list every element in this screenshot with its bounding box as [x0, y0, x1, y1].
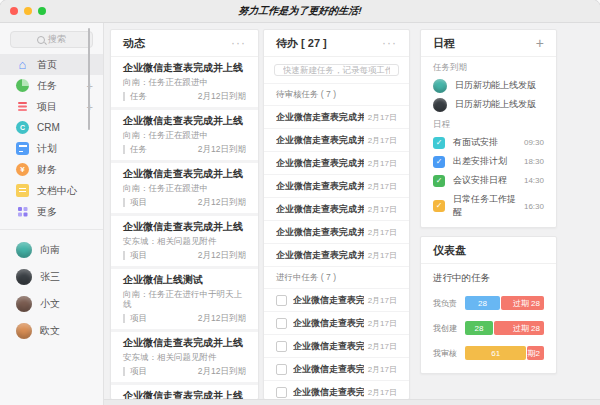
feed-card[interactable]: 企业微信走查表完成并上线 向南：任务正在跟进中 项目 2月12日到期	[111, 160, 258, 213]
feed-card-due-date: 2月12日到期	[198, 144, 246, 156]
sidebar-item[interactable]: 文档中心	[0, 180, 103, 201]
todo-item[interactable]: 企业微信走查表完成并上线 2月17日	[264, 174, 409, 197]
todo-panel: 待办 [ 27 ] ··· 待审核任务 ( 7 ) 企业微信走查表完成并上线 2…	[263, 29, 410, 400]
feed-card-tag: 任务	[123, 145, 147, 154]
todo-title: 待办 [ 27 ]	[276, 36, 327, 51]
search-input[interactable]: 搜索	[10, 31, 93, 48]
bar-track: 61过期2	[465, 346, 544, 360]
event-label: 会议安排日程	[453, 174, 507, 187]
dashboard-body: 进行中的任务 我负责28过期 28我创建28过期 28我审核61过期2	[421, 264, 556, 373]
member-item[interactable]: 张三	[0, 263, 103, 290]
member-item[interactable]: 向南	[0, 236, 103, 263]
member-name: 向南	[40, 243, 60, 257]
schedule-event[interactable]: ✓ 出差安排计划 18:30	[421, 152, 556, 171]
event-time: 14:30	[524, 176, 544, 185]
event-label: 有面试安排	[453, 136, 498, 149]
feed-card[interactable]: 企业微信走查表完成并上线 向南：任务正在跟进中 任务 2月12日到期	[111, 57, 258, 107]
task-checkbox[interactable]	[276, 318, 287, 329]
event-check-icon: ✓	[433, 156, 445, 168]
member-item[interactable]: 欧文	[0, 317, 103, 344]
task-checkbox[interactable]	[276, 295, 287, 306]
member-item[interactable]: 小文	[0, 290, 103, 317]
schedule-event[interactable]: ✓ 日常任务工作提醒 16:30	[421, 190, 556, 222]
task-due-item[interactable]: 日历新功能上线发版	[421, 95, 556, 114]
schedule-event[interactable]: ✓ 有面试安排 09:30	[421, 133, 556, 152]
event-time: 18:30	[524, 157, 544, 166]
feed-card-due-date: 2月12日到期	[198, 250, 246, 262]
bar-segment: 过期 28	[494, 321, 544, 335]
todo-item[interactable]: 企业微信走查表完成并上线 2月17日	[264, 197, 409, 220]
todo-more-icon[interactable]: ···	[382, 38, 397, 48]
todo-section: 待审核任务 ( 7 ) 企业微信走查表完成并上线 2月17日 企业微信走查表完成…	[264, 83, 409, 266]
todo-item[interactable]: 企业微信走查表完成并上线 2月17日	[264, 151, 409, 174]
feed-card-title: 企业微信走查表完成并上线	[123, 115, 246, 127]
sidebar-item[interactable]: 计划	[0, 138, 103, 159]
todo-item-date: 2月17日	[364, 387, 397, 398]
task-checkbox[interactable]	[276, 364, 287, 375]
feed-card[interactable]: 企业微信走查表完成并上线 安东城：相关问题见附件 项目 2月12日到期	[111, 382, 258, 400]
feed-card-due-date: 2月12日到期	[198, 313, 246, 325]
todo-item-title: 企业微信走查表完成并上线	[276, 157, 364, 170]
todo-item[interactable]: 企业微信走查表完成并上线 2月17日	[264, 357, 409, 380]
avatar	[16, 323, 32, 339]
avatar	[16, 269, 32, 285]
todo-item[interactable]: 企业微信走查表完成并上线 2月17日	[264, 128, 409, 151]
sidebar-item[interactable]: 财务	[0, 159, 103, 180]
todo-item[interactable]: 企业微信走查表完成并上线 2月17日	[264, 288, 409, 311]
search-placeholder: 搜索	[48, 33, 66, 46]
feed-card-title: 企业微信走查表完成并上线	[123, 168, 246, 180]
todo-item[interactable]: 企业微信走查表完成并上线 2月17日	[264, 311, 409, 334]
app-window: 努力工作是为了更好的生活! 搜索 首页 任务 + 项目 + CRM 计划 财务	[0, 0, 600, 405]
feed-card-tag: 项目	[123, 251, 147, 260]
schedule-section-label: 日程	[421, 114, 556, 133]
todo-item[interactable]: 企业微信走查表完成并上线 2月17日	[264, 380, 409, 400]
member-name: 张三	[40, 270, 60, 284]
avatar	[433, 98, 447, 112]
todo-item-title: 企业微信走查表完成并上线	[293, 363, 364, 376]
feed-more-icon[interactable]: ···	[231, 38, 246, 48]
sidebar-item-label: 首页	[37, 58, 57, 72]
search-icon	[37, 36, 45, 44]
docs-icon	[16, 184, 29, 197]
dashboard-header: 仪表盘	[421, 237, 556, 264]
event-list: ✓ 有面试安排 09:30 ✓ 出差安排计划 18:30 ✓ 会议安排日程 14…	[421, 133, 556, 222]
todo-item[interactable]: 企业微信走查表完成并上线 2月17日	[264, 220, 409, 243]
member-name: 小文	[40, 297, 60, 311]
dashboard-chart-title: 进行中的任务	[433, 272, 544, 285]
sidebar-scrollbar[interactable]	[88, 28, 90, 130]
feed-card-title: 企业微信走查表完成并上线	[123, 337, 246, 349]
feed-card-due-date: 2月12日到期	[198, 91, 246, 103]
feed-card-comment: 向南：任务正在跟进中	[123, 183, 246, 193]
feed-card[interactable]: 企业微信走查表完成并上线 向南：任务正在跟进中 任务 2月12日到期	[111, 107, 258, 160]
sidebar-item-label: 财务	[37, 163, 57, 177]
todo-item[interactable]: 企业微信走查表完成并上线 2月17日	[264, 243, 409, 266]
feed-card-comment: 向南：任务正在跟进中	[123, 77, 246, 87]
avatar	[16, 242, 32, 258]
sidebar-item[interactable]: 更多	[0, 201, 103, 222]
todo-item-title: 企业微信走查表完成并上线	[276, 134, 364, 147]
feed-card[interactable]: 企业微信走查表完成并上线 安东城：相关问题见附件 项目 2月12日到期	[111, 213, 258, 266]
feed-card-title: 企业微信走查表完成并上线	[123, 62, 246, 74]
schedule-panel: 日程 + 任务到期 日历新功能上线发版 日历新功能上线发版 日程 ✓ 有面试安排…	[420, 29, 557, 228]
task-checkbox[interactable]	[276, 341, 287, 352]
quick-add-task-input[interactable]	[274, 64, 399, 76]
schedule-event[interactable]: ✓ 会议安排日程 14:30	[421, 171, 556, 190]
todo-item-title: 企业微信走查表完成并上线	[293, 294, 364, 307]
event-check-icon: ✓	[433, 200, 445, 212]
bar-segment: 28	[465, 321, 493, 335]
task-due-item[interactable]: 日历新功能上线发版	[421, 76, 556, 95]
todo-item[interactable]: 企业微信走查表完成并上线 2月17日	[264, 334, 409, 357]
todo-item-date: 2月17日	[364, 135, 397, 146]
task-due-label: 任务到期	[421, 57, 556, 76]
sidebar-item-label: CRM	[37, 122, 60, 133]
feed-card[interactable]: 企业微信上线测试 向南：任务正在进行中于明天上线 项目 2月12日到期	[111, 266, 258, 329]
dashboard-bars: 我负责28过期 28我创建28过期 28我审核61过期2	[433, 296, 544, 360]
feed-card-title: 企业微信走查表完成并上线	[123, 221, 246, 233]
todo-section-label: 进行中任务 ( 7 )	[264, 266, 409, 288]
avatar	[16, 296, 32, 312]
add-schedule-button[interactable]: +	[536, 37, 544, 49]
todo-item[interactable]: 企业微信走查表完成并上线 2月17日	[264, 105, 409, 128]
task-checkbox[interactable]	[276, 387, 287, 398]
dashboard-bar-row: 我审核61过期2	[433, 346, 544, 360]
feed-card[interactable]: 企业微信走查表完成并上线 安东城：相关问题见附件 项目 2月12日到期	[111, 329, 258, 382]
